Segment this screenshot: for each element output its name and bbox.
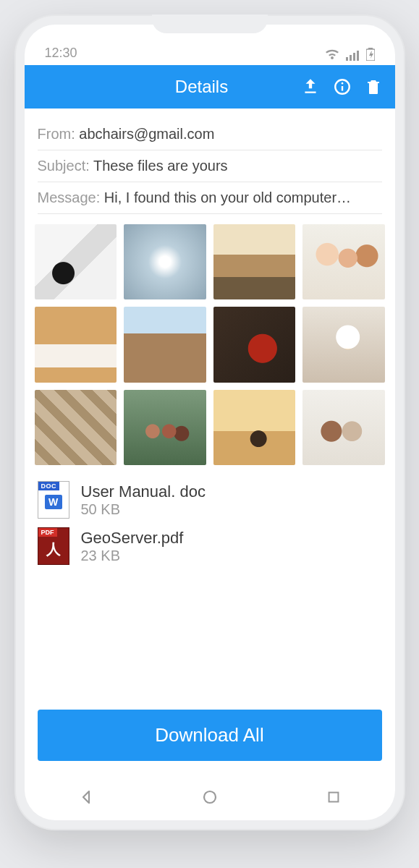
from-label: From:	[38, 126, 75, 142]
file-size: 23 KB	[81, 548, 184, 564]
image-leaves[interactable]	[35, 390, 117, 465]
subject-value: These files are yours	[93, 158, 228, 174]
image-group-selfie[interactable]	[302, 224, 385, 299]
message-value: Hi, I found this on your old computer…	[104, 190, 351, 205]
image-frost[interactable]	[124, 224, 206, 299]
app-header: Details	[25, 65, 395, 109]
nav-home-icon[interactable]	[201, 788, 219, 806]
svg-rect-0	[346, 57, 348, 61]
image-sunset[interactable]	[213, 390, 296, 465]
message-row: Message: Hi, I found this on your old co…	[38, 182, 382, 214]
subject-label: Subject:	[38, 158, 90, 174]
info-icon[interactable]	[333, 77, 352, 96]
message-label: Message:	[38, 190, 101, 205]
nav-recent-icon[interactable]	[326, 789, 342, 805]
file-name: GeoServer.pdf	[81, 529, 184, 548]
nav-back-icon[interactable]	[77, 788, 95, 806]
image-builder[interactable]	[302, 307, 385, 382]
image-room[interactable]	[213, 224, 296, 299]
svg-rect-1	[350, 55, 352, 61]
from-row: From: abchairs@gmail.com	[38, 119, 382, 150]
image-balcony[interactable]	[124, 307, 206, 382]
download-all-button[interactable]: Download All	[38, 710, 382, 761]
email-meta: From: abchairs@gmail.com Subject: These …	[25, 109, 395, 220]
wifi-icon	[324, 49, 340, 61]
doc-icon: DOCW	[38, 481, 69, 519]
svg-point-8	[341, 82, 343, 85]
svg-rect-2	[353, 53, 355, 61]
subject-row: Subject: These files are yours	[38, 150, 382, 182]
file-row[interactable]: PDF人 GeoServer.pdf 23 KB	[38, 523, 382, 569]
svg-rect-3	[357, 51, 359, 61]
file-row[interactable]: DOCW User Manual. doc 50 KB	[38, 477, 382, 523]
upload-icon[interactable]	[301, 77, 320, 96]
file-size: 50 KB	[81, 501, 206, 518]
page-title: Details	[103, 77, 301, 97]
image-grid	[25, 220, 395, 471]
file-list: DOCW User Manual. doc 50 KB PDF人 GeoServ…	[25, 471, 395, 574]
svg-point-9	[204, 791, 216, 803]
image-sketch[interactable]	[35, 307, 117, 382]
pdf-icon: PDF人	[38, 527, 69, 565]
image-chair[interactable]	[35, 224, 117, 299]
trash-icon[interactable]	[365, 77, 382, 96]
android-nav-bar	[25, 774, 395, 820]
battery-icon	[366, 48, 375, 61]
svg-rect-10	[329, 793, 338, 802]
signal-icon	[346, 49, 360, 61]
file-name: User Manual. doc	[81, 482, 206, 501]
status-time: 12:30	[45, 46, 77, 61]
image-walking[interactable]	[302, 390, 385, 465]
image-hands[interactable]	[213, 307, 296, 382]
image-friends[interactable]	[124, 390, 206, 465]
from-value: abchairs@gmail.com	[79, 126, 214, 142]
